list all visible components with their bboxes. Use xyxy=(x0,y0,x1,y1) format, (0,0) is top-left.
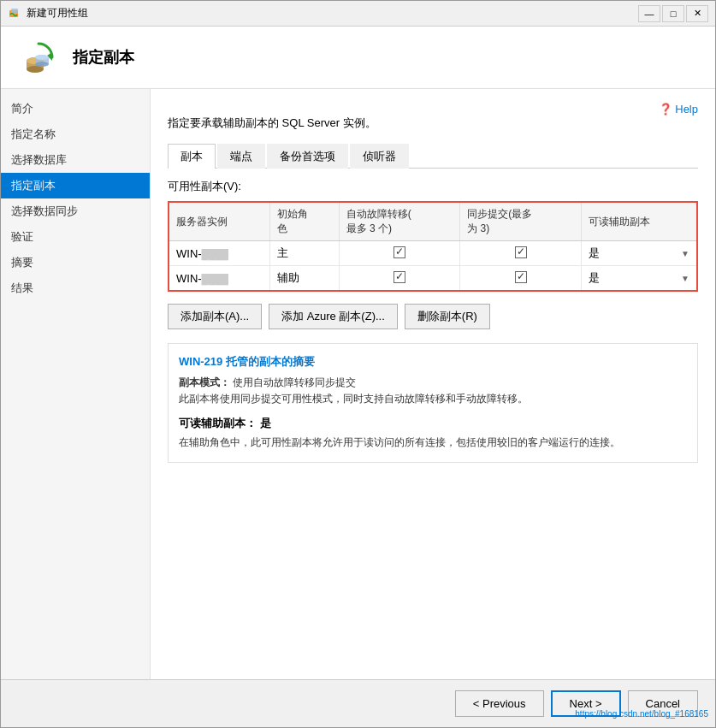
main-window: 新建可用性组 — □ ✕ 指定副本 简介 指定名称 xyxy=(0,0,716,728)
tab-listener[interactable]: 侦听器 xyxy=(350,144,409,169)
maximize-button[interactable]: □ xyxy=(662,5,684,22)
tab-replicas[interactable]: 副本 xyxy=(168,144,216,169)
col-role: 初始角色 xyxy=(270,203,340,241)
sidebar-item-intro[interactable]: 简介 xyxy=(1,96,150,121)
sidebar-item-replicas[interactable]: 指定副本 xyxy=(1,173,150,198)
cell-failover-2[interactable] xyxy=(339,266,460,291)
minimize-button[interactable]: — xyxy=(638,5,660,22)
sidebar-item-summary[interactable]: 摘要 xyxy=(1,250,150,275)
sidebar-item-result[interactable]: 结果 xyxy=(1,275,150,301)
checkbox-failover-2[interactable] xyxy=(394,271,405,283)
sidebar-item-name[interactable]: 指定名称 xyxy=(1,121,150,147)
window-controls: — □ ✕ xyxy=(638,5,708,22)
tabs-container: 副本 端点 备份首选项 侦听器 xyxy=(168,143,698,169)
cell-role-2: 辅助 xyxy=(270,266,340,291)
summary-readable-label: 可读辅助副本： 是 xyxy=(179,416,687,431)
previous-button[interactable]: < Previous xyxy=(455,690,544,717)
sidebar-item-validate[interactable]: 验证 xyxy=(1,224,150,250)
summary-mode-detail: 此副本将使用同步提交可用性模式，同时支持自动故障转移和手动故障转移。 xyxy=(179,393,528,405)
header-section: 指定副本 xyxy=(1,27,715,89)
cell-server-2: WIN-████ xyxy=(169,266,270,291)
cell-readable-2[interactable]: 是 ▼ xyxy=(581,266,696,291)
help-link[interactable]: ❓ Help xyxy=(659,103,698,115)
summary-readable-detail: 在辅助角色中，此可用性副本将允许用于读访问的所有连接，包括使用较旧的客户端运行的… xyxy=(179,435,687,451)
window-title: 新建可用性组 xyxy=(27,6,638,21)
sidebar-item-select-db[interactable]: 选择数据库 xyxy=(1,147,150,173)
col-failover: 自动故障转移(最多 3 个) xyxy=(339,203,460,241)
svg-point-10 xyxy=(35,55,49,60)
footer: https://blog.csdn.net/blog_#168165 < Pre… xyxy=(1,679,715,727)
sidebar-item-sync[interactable]: 选择数据同步 xyxy=(1,198,150,224)
dropdown-arrow-2: ▼ xyxy=(681,274,689,283)
help-label: Help xyxy=(675,103,698,115)
add-azure-button[interactable]: 添加 Azure 副本(Z)... xyxy=(269,304,398,329)
sidebar: 简介 指定名称 选择数据库 指定副本 选择数据同步 验证 摘要 结果 xyxy=(1,89,151,679)
availability-label: 可用性副本(V): xyxy=(168,179,698,194)
main-content: 简介 指定名称 选择数据库 指定副本 选择数据同步 验证 摘要 结果 ❓ Hel… xyxy=(1,89,715,679)
cell-sync-1[interactable] xyxy=(460,241,582,266)
help-icon: ❓ xyxy=(659,103,672,115)
cell-failover-1[interactable] xyxy=(339,241,460,266)
svg-point-5 xyxy=(27,66,44,73)
content-area: ❓ Help 指定要承载辅助副本的 SQL Server 实例。 副本 端点 备… xyxy=(151,89,715,679)
dropdown-arrow-1: ▼ xyxy=(681,249,689,258)
replicas-table: 服务器实例 初始角色 自动故障转移(最多 3 个) 同步提交(最多为 3) 可读… xyxy=(169,203,696,290)
replicas-table-wrapper: 服务器实例 初始角色 自动故障转移(最多 3 个) 同步提交(最多为 3) 可读… xyxy=(168,201,698,292)
add-replica-button[interactable]: 添加副本(A)... xyxy=(168,304,262,329)
title-bar: 新建可用性组 — □ ✕ xyxy=(1,1,715,27)
checkbox-sync-1[interactable] xyxy=(515,246,527,258)
close-button[interactable]: ✕ xyxy=(686,5,708,22)
table-row: WIN-████ 辅助 是 xyxy=(169,266,696,291)
page-title: 指定副本 xyxy=(73,47,134,68)
cell-readable-1[interactable]: 是 ▼ xyxy=(581,241,696,266)
window-icon xyxy=(8,7,21,21)
col-sync: 同步提交(最多为 3) xyxy=(460,203,582,241)
cell-sync-2[interactable] xyxy=(460,266,582,291)
summary-mode-label: 副本模式： xyxy=(179,376,230,388)
summary-title: WIN-219 托管的副本的摘要 xyxy=(179,354,687,370)
footer-url: https://blog.csdn.net/blog_#168165 xyxy=(575,709,708,719)
table-header-row: 服务器实例 初始角色 自动故障转移(最多 3 个) 同步提交(最多为 3) 可读… xyxy=(169,203,696,241)
action-buttons: 添加副本(A)... 添加 Azure 副本(Z)... 删除副本(R) xyxy=(168,304,698,329)
checkbox-failover-1[interactable] xyxy=(394,246,405,258)
checkbox-sync-2[interactable] xyxy=(515,271,527,283)
col-readable: 可读辅助副本 xyxy=(581,203,696,241)
cell-role-1: 主 xyxy=(270,241,340,266)
col-server: 服务器实例 xyxy=(169,203,270,241)
cell-server-1: WIN-████ xyxy=(169,241,270,266)
summary-section: WIN-219 托管的副本的摘要 副本模式： 使用自动故障转移同步提交 此副本将… xyxy=(168,343,698,463)
remove-replica-button[interactable]: 删除副本(R) xyxy=(405,304,490,329)
summary-mode-value: 使用自动故障转移同步提交 xyxy=(233,376,356,388)
tab-backup[interactable]: 备份首选项 xyxy=(267,144,348,169)
summary-mode: 副本模式： 使用自动故障转移同步提交 此副本将使用同步提交可用性模式，同时支持自… xyxy=(179,375,687,407)
svg-point-9 xyxy=(35,62,49,67)
section-description: 指定要承载辅助副本的 SQL Server 实例。 xyxy=(168,115,698,131)
header-icon xyxy=(18,37,59,78)
table-row: WIN-████ 主 是 xyxy=(169,241,696,266)
tab-endpoints[interactable]: 端点 xyxy=(217,144,265,169)
